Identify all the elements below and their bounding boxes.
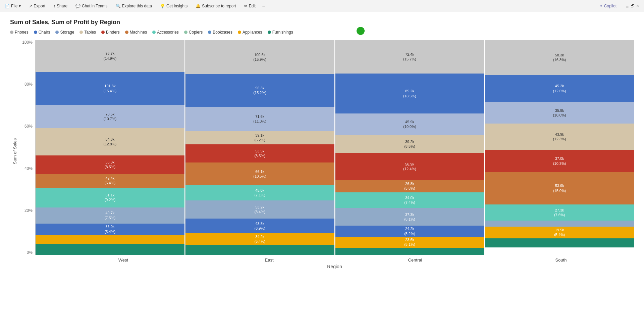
legend-item-bookcases[interactable]: Bookcases [208, 30, 232, 35]
legend-label: Chairs [39, 30, 50, 35]
bar-segment: 96.3k (15.2%) [185, 74, 334, 107]
bar-segment: 56.9k (12.4%) [335, 153, 484, 180]
explore-button[interactable]: 🔍 Explore this data [114, 3, 154, 9]
legend-item-appliances[interactable]: Appliances [238, 30, 262, 35]
legend-label: Tables [84, 30, 96, 35]
bar-segment-label: 61.1k (9.2%) [105, 193, 115, 202]
bar-segment: 37.3k (8.1%) [335, 208, 484, 226]
bar-group-east[interactable]: 100.6k (15.9%)96.3k (15.2%)71.6k (11.3%)… [185, 40, 334, 255]
legend-color [208, 31, 211, 34]
bar-segment: 101.8k (15.4%) [36, 72, 184, 105]
bar-segment: 98.7k (14.9%) [36, 40, 184, 72]
chevron-icon: ▾ [19, 4, 21, 8]
bar-segment-label: 96.3k (15.2%) [253, 86, 266, 95]
edit-button[interactable]: ✏ Edit [242, 3, 258, 9]
bar-segment-label: 56.0k (8.5%) [105, 160, 115, 170]
bar-segment [36, 244, 184, 255]
legend-item-phones[interactable]: Phones [10, 30, 29, 35]
legend-label: Phones [15, 30, 29, 35]
legend-item-tables[interactable]: Tables [79, 30, 96, 35]
share-icon: ↑ [53, 4, 55, 8]
bar-segment: 49.7k (7.5%) [36, 207, 184, 224]
explore-icon: 🔍 [116, 4, 121, 8]
bar-segment: 42.4k (6.4%) [36, 174, 184, 188]
bar-segment [36, 235, 184, 244]
bar-segment-label: 37.0k (10.3%) [553, 156, 566, 166]
bars-container: 98.7k (14.9%)101.8k (15.4%)70.5k (10.7%)… [35, 40, 634, 255]
bar-segment-label: 98.7k (14.9%) [104, 51, 117, 61]
y-axis: 100%80%60%40%20%0% [20, 40, 35, 255]
bar-group-west[interactable]: 98.7k (14.9%)101.8k (15.4%)70.5k (10.7%)… [35, 40, 184, 255]
legend: PhonesChairsStorageTablesBindersMachines… [10, 30, 634, 35]
subscribe-button[interactable]: 🔔 Subscribe to report [194, 3, 238, 9]
bar-segment-label: 36.0k (5.4%) [105, 224, 115, 234]
file-icon: 📄 [5, 4, 10, 8]
bar-segment: 26.8k (5.8%) [335, 180, 484, 192]
bar-segment-label: 58.3k (16.3%) [553, 53, 566, 62]
share-button[interactable]: ↑ Share [51, 3, 69, 9]
bar-segment: 84.8k (12.8%) [36, 128, 184, 155]
bar-segment-label: 45.9k (10.0%) [403, 120, 416, 129]
legend-item-copiers[interactable]: Copiers [184, 30, 203, 35]
bar-segment: 37.0k (10.3%) [485, 150, 634, 172]
bar-segment: 39.2k (8.5%) [335, 135, 484, 153]
bar-segment: 27.3k (7.6%) [485, 204, 634, 221]
bar-segment: 53.9k (15.0%) [485, 172, 634, 204]
bar-segment-label: 66.1k (10.5%) [253, 169, 266, 179]
legend-item-furnishings[interactable]: Furnishings [268, 30, 293, 35]
bar-segment-label: 39.1k (6.2%) [254, 133, 265, 143]
bar-segment-label: 39.2k (8.5%) [404, 139, 415, 149]
export-button[interactable]: ↗ Export [27, 3, 47, 9]
bar-segment-label: 37.3k (8.1%) [404, 212, 415, 222]
bar-segment: 34.0k (7.4%) [335, 192, 484, 208]
bar-segment-label: 19.5k (5.4%) [554, 228, 565, 237]
bar-segment-label: 56.9k (12.4%) [403, 162, 416, 172]
copilot-button[interactable]: ✦ Copilot [599, 4, 616, 8]
bar-segment-label: 53.9k (15.0%) [553, 183, 566, 193]
x-axis-label: South [488, 258, 634, 263]
bar-segment-label: 53.2k (8.4%) [254, 205, 265, 215]
window-controls[interactable]: 🗕 🗗 ✕ [623, 3, 641, 9]
legend-label: Copiers [189, 30, 203, 35]
y-axis-title: Sum of Sales [13, 138, 18, 164]
bar-segment-label: 27.3k (7.6%) [554, 208, 565, 218]
chart-container: Sum of Sales, Sum of Profit by Region Ph… [0, 12, 644, 273]
legend-item-chairs[interactable]: Chairs [34, 30, 50, 35]
bar-segment: 100.6k (15.9%) [185, 40, 334, 74]
insights-icon: 💡 [160, 4, 165, 8]
insights-button[interactable]: 💡 Get insights [158, 3, 190, 9]
bar-segment-label: 35.8k (10.0%) [553, 108, 566, 118]
legend-color [55, 31, 59, 34]
file-menu[interactable]: 📄 File ▾ [3, 3, 23, 9]
x-axis-title: Region [35, 264, 634, 269]
bar-segment [335, 248, 484, 255]
legend-item-storage[interactable]: Storage [55, 30, 74, 35]
legend-item-machines[interactable]: Machines [125, 30, 147, 35]
bar-segment-label: 53.5k (8.5%) [254, 149, 265, 158]
legend-color [125, 31, 128, 34]
bar-segment: 39.1k (6.2%) [185, 131, 334, 144]
bar-segment-label: 43.8k (6.9%) [254, 221, 265, 231]
x-axis-label: West [50, 258, 196, 263]
bar-segment: 24.2k (5.2%) [335, 226, 484, 237]
bar-segment [485, 238, 634, 248]
close-icon: ✕ [636, 4, 639, 8]
legend-color [238, 31, 241, 34]
bar-segment: 36.0k (5.4%) [36, 224, 184, 235]
bar-segment-label: 100.6k (15.9%) [253, 52, 266, 62]
bar-segment: 45.9k (10.0%) [335, 113, 484, 135]
x-axis-label: Central [342, 258, 488, 263]
legend-label: Appliances [243, 30, 262, 35]
chart-title: Sum of Sales, Sum of Profit by Region [10, 19, 634, 26]
chat-button[interactable]: 💬 Chat in Teams [73, 3, 109, 9]
bar-segment: 23.6k (5.1%) [335, 237, 484, 248]
legend-item-accessories[interactable]: Accessories [152, 30, 179, 35]
bar-segment: 34.2k (5.4%) [185, 233, 334, 245]
bar-segment: 58.3k (16.3%) [485, 40, 634, 75]
legend-item-binders[interactable]: Binders [101, 30, 120, 35]
bar-segment: 43.8k (6.9%) [185, 219, 334, 233]
bar-group-central[interactable]: 72.4k (15.7%)85.2k (18.5%)45.9k (10.0%)3… [335, 40, 484, 255]
y-axis-label: 80% [24, 82, 33, 87]
bar-segment-label: 84.8k (12.8%) [104, 137, 117, 147]
bar-group-south[interactable]: 58.3k (16.3%)45.2k (12.6%)35.8k (10.0%)4… [485, 40, 634, 255]
